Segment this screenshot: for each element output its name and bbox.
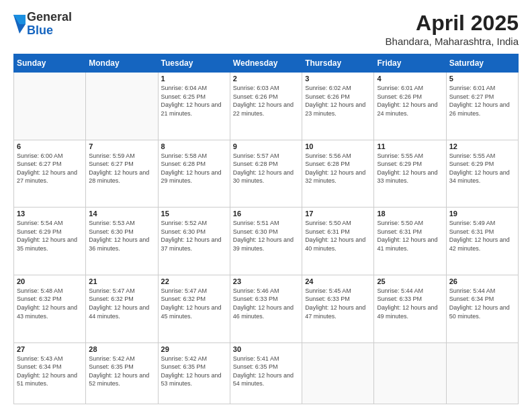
calendar-subtitle: Bhandara, Maharashtra, India [386, 36, 519, 47]
logo-general: General [27, 10, 72, 24]
cell-day-number: 23 [233, 277, 299, 285]
cell-info: Sunrise: 5:46 AMSunset: 6:33 PMDaylight:… [233, 287, 299, 320]
calendar-cell: 23Sunrise: 5:46 AMSunset: 6:33 PMDayligh… [230, 275, 302, 342]
cell-day-number: 17 [305, 210, 371, 218]
cell-day-number: 4 [377, 75, 443, 83]
calendar-cell: 14Sunrise: 5:53 AMSunset: 6:30 PMDayligh… [86, 208, 158, 275]
calendar-week-row: 6Sunrise: 6:00 AMSunset: 6:27 PMDaylight… [14, 140, 519, 208]
cell-info: Sunrise: 5:52 AMSunset: 6:30 PMDaylight:… [161, 219, 227, 253]
logo-icon [13, 15, 26, 34]
calendar-week-row: 27Sunrise: 5:43 AMSunset: 6:34 PMDayligh… [14, 342, 519, 404]
weekday-header-tuesday: Tuesday [158, 54, 230, 73]
cell-day-number: 12 [449, 142, 515, 150]
cell-info: Sunrise: 5:42 AMSunset: 6:35 PMDaylight:… [89, 355, 154, 388]
calendar-week-row: 20Sunrise: 5:48 AMSunset: 6:32 PMDayligh… [14, 275, 519, 342]
cell-info: Sunrise: 5:58 AMSunset: 6:28 PMDaylight:… [161, 152, 227, 185]
cell-day-number: 28 [89, 345, 154, 353]
weekday-header-friday: Friday [374, 54, 446, 73]
cell-day-number: 26 [449, 277, 515, 285]
calendar-week-row: 13Sunrise: 5:54 AMSunset: 6:29 PMDayligh… [14, 208, 519, 275]
cell-info: Sunrise: 5:47 AMSunset: 6:32 PMDaylight:… [89, 287, 154, 320]
calendar-cell: 4Sunrise: 6:01 AMSunset: 6:26 PMDaylight… [374, 73, 446, 140]
calendar-cell: 8Sunrise: 5:58 AMSunset: 6:28 PMDaylight… [158, 140, 230, 208]
cell-info: Sunrise: 5:59 AMSunset: 6:27 PMDaylight:… [89, 152, 154, 185]
calendar-cell: 30Sunrise: 5:41 AMSunset: 6:35 PMDayligh… [230, 342, 302, 404]
calendar-cell: 26Sunrise: 5:44 AMSunset: 6:34 PMDayligh… [446, 275, 518, 342]
cell-day-number: 15 [161, 210, 227, 218]
calendar-cell [374, 342, 446, 404]
cell-info: Sunrise: 6:02 AMSunset: 6:26 PMDaylight:… [305, 84, 371, 118]
calendar-cell: 25Sunrise: 5:44 AMSunset: 6:33 PMDayligh… [374, 275, 446, 342]
calendar-cell: 1Sunrise: 6:04 AMSunset: 6:25 PMDaylight… [158, 73, 230, 140]
weekday-header-sunday: Sunday [14, 54, 86, 73]
calendar-table: SundayMondayTuesdayWednesdayThursdayFrid… [13, 54, 519, 404]
calendar-cell: 28Sunrise: 5:42 AMSunset: 6:35 PMDayligh… [86, 342, 158, 404]
calendar-cell: 10Sunrise: 5:56 AMSunset: 6:28 PMDayligh… [302, 140, 374, 208]
cell-info: Sunrise: 5:47 AMSunset: 6:32 PMDaylight:… [161, 287, 227, 320]
logo-blue: Blue [27, 24, 53, 37]
calendar-title: April 2025 [386, 11, 519, 36]
cell-day-number: 2 [233, 75, 299, 83]
weekday-header-row: SundayMondayTuesdayWednesdayThursdayFrid… [14, 54, 519, 73]
cell-info: Sunrise: 5:51 AMSunset: 6:30 PMDaylight:… [233, 219, 299, 253]
calendar-cell: 2Sunrise: 6:03 AMSunset: 6:26 PMDaylight… [230, 73, 302, 140]
cell-info: Sunrise: 5:44 AMSunset: 6:34 PMDaylight:… [449, 287, 515, 320]
calendar-cell: 21Sunrise: 5:47 AMSunset: 6:32 PMDayligh… [86, 275, 158, 342]
cell-day-number: 8 [161, 142, 227, 150]
calendar-cell: 29Sunrise: 5:42 AMSunset: 6:35 PMDayligh… [158, 342, 230, 404]
calendar-cell: 18Sunrise: 5:50 AMSunset: 6:31 PMDayligh… [374, 208, 446, 275]
cell-info: Sunrise: 6:03 AMSunset: 6:26 PMDaylight:… [233, 84, 299, 118]
calendar-cell: 24Sunrise: 5:45 AMSunset: 6:33 PMDayligh… [302, 275, 374, 342]
cell-day-number: 9 [233, 142, 299, 150]
weekday-header-thursday: Thursday [302, 54, 374, 73]
cell-info: Sunrise: 6:01 AMSunset: 6:26 PMDaylight:… [377, 84, 443, 118]
cell-info: Sunrise: 5:50 AMSunset: 6:31 PMDaylight:… [377, 219, 443, 253]
cell-day-number: 5 [449, 75, 515, 83]
cell-info: Sunrise: 5:53 AMSunset: 6:30 PMDaylight:… [89, 219, 154, 253]
calendar-cell: 22Sunrise: 5:47 AMSunset: 6:32 PMDayligh… [158, 275, 230, 342]
cell-day-number: 27 [17, 345, 83, 353]
cell-day-number: 24 [305, 277, 371, 285]
weekday-header-wednesday: Wednesday [230, 54, 302, 73]
calendar-cell: 12Sunrise: 5:55 AMSunset: 6:29 PMDayligh… [446, 140, 518, 208]
calendar-cell: 9Sunrise: 5:57 AMSunset: 6:28 PMDaylight… [230, 140, 302, 208]
cell-info: Sunrise: 5:57 AMSunset: 6:28 PMDaylight:… [233, 152, 299, 185]
cell-info: Sunrise: 5:45 AMSunset: 6:33 PMDaylight:… [305, 287, 371, 320]
calendar-cell: 11Sunrise: 5:55 AMSunset: 6:29 PMDayligh… [374, 140, 446, 208]
calendar-cell: 17Sunrise: 5:50 AMSunset: 6:31 PMDayligh… [302, 208, 374, 275]
cell-day-number: 11 [377, 142, 443, 150]
logo: General Blue [13, 11, 72, 38]
cell-day-number: 20 [17, 277, 83, 285]
calendar-cell: 5Sunrise: 6:01 AMSunset: 6:27 PMDaylight… [446, 73, 518, 140]
calendar-cell: 15Sunrise: 5:52 AMSunset: 6:30 PMDayligh… [158, 208, 230, 275]
calendar-cell [302, 342, 374, 404]
title-block: April 2025 Bhandara, Maharashtra, India [386, 11, 519, 47]
calendar-cell: 27Sunrise: 5:43 AMSunset: 6:34 PMDayligh… [14, 342, 86, 404]
cell-day-number: 29 [161, 345, 227, 353]
cell-info: Sunrise: 5:44 AMSunset: 6:33 PMDaylight:… [377, 287, 443, 320]
cell-day-number: 13 [17, 210, 83, 218]
cell-info: Sunrise: 5:54 AMSunset: 6:29 PMDaylight:… [17, 219, 83, 253]
cell-day-number: 22 [161, 277, 227, 285]
cell-info: Sunrise: 5:50 AMSunset: 6:31 PMDaylight:… [305, 219, 371, 253]
cell-info: Sunrise: 5:56 AMSunset: 6:28 PMDaylight:… [305, 152, 371, 185]
cell-day-number: 1 [161, 75, 227, 83]
cell-day-number: 6 [17, 142, 83, 150]
cell-info: Sunrise: 5:43 AMSunset: 6:34 PMDaylight:… [17, 355, 83, 388]
cell-info: Sunrise: 5:48 AMSunset: 6:32 PMDaylight:… [17, 287, 83, 320]
calendar-cell: 20Sunrise: 5:48 AMSunset: 6:32 PMDayligh… [14, 275, 86, 342]
calendar-cell [14, 73, 86, 140]
calendar-cell: 6Sunrise: 6:00 AMSunset: 6:27 PMDaylight… [14, 140, 86, 208]
header: General Blue April 2025 Bhandara, Mahara… [13, 11, 519, 47]
cell-day-number: 30 [233, 345, 299, 353]
cell-day-number: 3 [305, 75, 371, 83]
cell-day-number: 18 [377, 210, 443, 218]
cell-info: Sunrise: 5:41 AMSunset: 6:35 PMDaylight:… [233, 355, 299, 388]
cell-info: Sunrise: 5:42 AMSunset: 6:35 PMDaylight:… [161, 355, 227, 388]
calendar-cell [446, 342, 518, 404]
cell-day-number: 10 [305, 142, 371, 150]
cell-day-number: 19 [449, 210, 515, 218]
cell-day-number: 7 [89, 142, 154, 150]
cell-info: Sunrise: 6:01 AMSunset: 6:27 PMDaylight:… [449, 84, 515, 118]
logo-text: General Blue [27, 11, 72, 38]
